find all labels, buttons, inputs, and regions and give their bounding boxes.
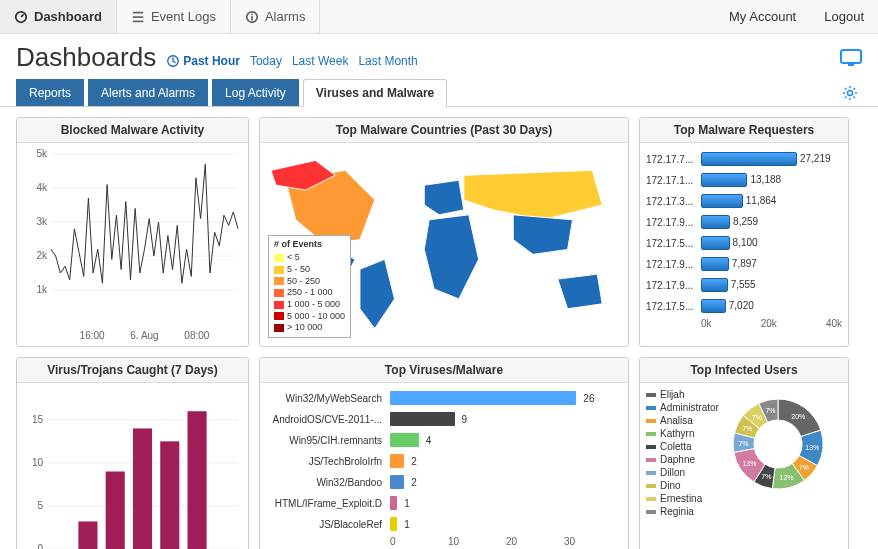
svg-text:13%: 13%: [805, 444, 819, 451]
requester-bar: [701, 257, 729, 271]
legend-row: 1 000 - 5 000: [274, 299, 345, 311]
virus-value: 2: [411, 456, 417, 467]
clock-icon: [166, 54, 180, 68]
donut-legend-row: Analisa: [646, 415, 719, 426]
time-past-hour[interactable]: Past Hour: [166, 54, 240, 68]
nav-event-logs-label: Event Logs: [151, 9, 216, 24]
svg-rect-33: [133, 428, 152, 549]
nav-alarms[interactable]: Alarms: [231, 0, 320, 33]
svg-rect-32: [106, 472, 125, 550]
panel-virus-caught: Virus/Trojans Caught (7 Days) 05101530. …: [16, 357, 249, 549]
donut-legend: ElijahAdministratorAnalisaKathyrnColetta…: [646, 389, 719, 549]
svg-text:4k: 4k: [36, 182, 48, 193]
svg-text:16:00: 16:00: [80, 330, 105, 341]
svg-text:7%: 7%: [742, 425, 752, 432]
virus-row: HTML/IFrame_Exploit.D 1: [266, 494, 622, 512]
requester-label: 172.17.9...: [646, 217, 698, 228]
svg-text:15: 15: [32, 414, 44, 425]
nav-logout[interactable]: Logout: [810, 0, 878, 33]
svg-text:20%: 20%: [791, 413, 805, 420]
requester-bar: [701, 194, 743, 208]
requester-label: 172.17.9...: [646, 259, 698, 270]
requester-row: 172.17.9... 8,259: [646, 212, 842, 232]
virus-label: Win95/CIH.remnants: [266, 435, 386, 446]
virus-axis: 0 10 20 30: [390, 536, 622, 547]
requester-value: 8,100: [733, 236, 758, 250]
svg-text:7%: 7%: [799, 464, 809, 471]
virus-label: JS/TechBroloIrfn: [266, 456, 386, 467]
panel-title: Virus/Trojans Caught (7 Days): [17, 358, 248, 383]
requester-value: 8,259: [733, 215, 758, 229]
requester-value: 11,864: [746, 194, 777, 208]
virus-label: AndroidOS/CVE-2011-...: [266, 414, 386, 425]
virus-value: 1: [404, 519, 410, 530]
virus-label: Win32/Bandoo: [266, 477, 386, 488]
requester-label: 172.17.3...: [646, 196, 698, 207]
requester-row: 172.17.5... 7,020: [646, 296, 842, 316]
legend-row: > 10 000: [274, 322, 345, 334]
nav-my-account[interactable]: My Account: [715, 0, 810, 33]
virus-value: 9: [462, 414, 468, 425]
legend-title: # of Events: [274, 239, 345, 251]
svg-text:13%: 13%: [742, 460, 756, 467]
tab-reports[interactable]: Reports: [16, 79, 84, 106]
requester-value: 7,897: [732, 257, 757, 271]
svg-text:10: 10: [32, 457, 44, 468]
requester-label: 172.17.1...: [646, 175, 698, 186]
info-icon: [245, 10, 259, 24]
virus-bar: [390, 454, 404, 468]
tab-viruses[interactable]: Viruses and Malware: [303, 79, 448, 107]
virus-bar: [390, 412, 455, 426]
virus-bar: [390, 391, 576, 405]
legend-row: 5 - 50: [274, 264, 345, 276]
virus-row: Win32/Bandoo 2: [266, 473, 622, 491]
legend-row: < 5: [274, 252, 345, 264]
svg-text:5k: 5k: [36, 149, 48, 159]
virus-bar: [390, 517, 397, 531]
gear-icon[interactable]: [842, 85, 862, 101]
svg-rect-5: [841, 50, 861, 63]
virus-row: AndroidOS/CVE-2011-... 9: [266, 410, 622, 428]
monitor-icon[interactable]: [840, 49, 862, 67]
requesters-axis: 0k 20k 40k: [701, 318, 842, 329]
time-today[interactable]: Today: [250, 54, 282, 68]
donut-legend-row: Dillon: [646, 467, 719, 478]
nav-dashboard[interactable]: Dashboard: [0, 0, 117, 33]
panel-top-viruses: Top Viruses/Malware Win32/MyWebSearch 26…: [259, 357, 629, 549]
virus-row: JS/BlacoleRef 1: [266, 515, 622, 533]
infected-chart: ElijahAdministratorAnalisaKathyrnColetta…: [640, 383, 848, 549]
svg-text:08:00: 08:00: [184, 330, 209, 341]
requester-value: 7,020: [729, 299, 754, 313]
requester-label: 172.17.5...: [646, 238, 698, 249]
virus-value: 4: [426, 435, 432, 446]
donut-legend-row: Kathyrn: [646, 428, 719, 439]
donut-legend-row: Daphne: [646, 454, 719, 465]
svg-text:2k: 2k: [36, 250, 48, 261]
requesters-chart: 172.17.7... 27,219 172.17.1... 13,188 17…: [640, 143, 848, 346]
donut-legend-row: Reginia: [646, 506, 719, 517]
nav-event-logs[interactable]: Event Logs: [117, 0, 231, 33]
svg-rect-34: [160, 441, 179, 549]
requester-value: 13,188: [750, 173, 781, 187]
virus-label: Win32/MyWebSearch: [266, 393, 386, 404]
blocked-activity-chart: 1k2k3k4k5k16:006. Aug08:00: [17, 143, 248, 347]
tab-log-activity[interactable]: Log Activity: [212, 79, 299, 106]
gauge-icon: [14, 10, 28, 24]
requester-label: 172.17.7...: [646, 154, 698, 165]
virus-value: 1: [404, 498, 410, 509]
svg-text:7%: 7%: [752, 414, 762, 421]
time-last-week[interactable]: Last Week: [292, 54, 348, 68]
list-icon: [131, 10, 145, 24]
virus-bar: [390, 496, 397, 510]
time-last-month[interactable]: Last Month: [358, 54, 417, 68]
virus-bar: [390, 475, 404, 489]
tab-alerts[interactable]: Alerts and Alarms: [88, 79, 208, 106]
dashboard-grid: Blocked Malware Activity 1k2k3k4k5k16:00…: [0, 107, 878, 549]
donut-legend-row: Elijah: [646, 389, 719, 400]
virus-caught-chart: 05101530. Jul1. Aug3. Aug5. Aug: [17, 383, 248, 549]
svg-text:7%: 7%: [765, 407, 775, 414]
donut-legend-row: Coletta: [646, 441, 719, 452]
svg-point-2: [251, 13, 253, 15]
requester-bar: [701, 299, 726, 313]
panel-title: Top Viruses/Malware: [260, 358, 628, 383]
